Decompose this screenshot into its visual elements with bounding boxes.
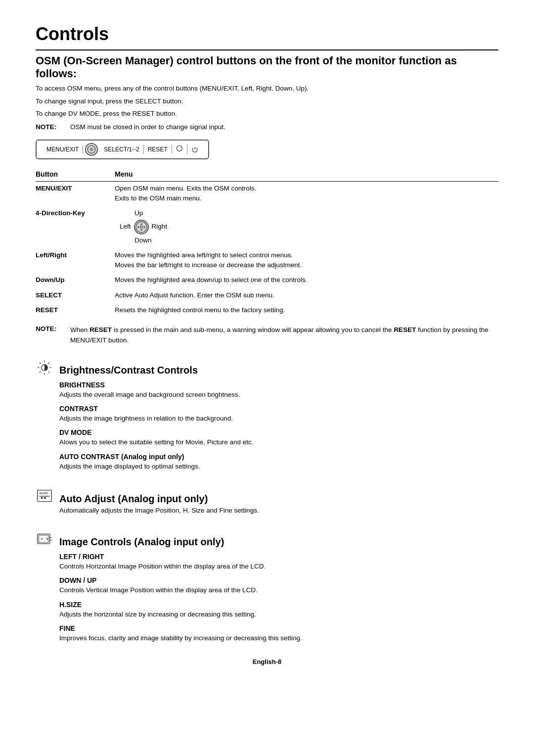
ctrl-select: SELECT/1--2 xyxy=(100,145,143,154)
svg-marker-26 xyxy=(42,538,43,540)
menu-menu-exit: Open OSM main menu. Exits the OSM contro… xyxy=(115,181,498,206)
table-header-button: Button xyxy=(36,170,115,182)
fine-block: FINE Improves focus, clarity and image s… xyxy=(59,624,498,643)
direction-up: Up xyxy=(120,208,143,218)
svg-line-18 xyxy=(40,372,41,373)
fine-text: Improves focus, clarity and image stabil… xyxy=(59,633,498,643)
svg-marker-27 xyxy=(46,538,48,540)
auto-adjust-icon: AUTO xyxy=(36,487,53,505)
btn-down-up: Down/Up xyxy=(36,273,115,288)
left-right-block: LEFT / RIGHT Controls Horizontal Image P… xyxy=(59,553,498,571)
hsize-title: H.SIZE xyxy=(59,601,498,609)
brightness-content: Brightness/Contrast Controls BRIGHTNESS … xyxy=(59,358,498,474)
svg-text:AUTO: AUTO xyxy=(39,491,48,495)
menu-reset: Resets the highlighted control menu to t… xyxy=(115,303,498,318)
direction-down: Down xyxy=(120,236,152,245)
svg-point-5 xyxy=(139,225,143,229)
ctrl-menu-exit: MENU/EXIT xyxy=(43,145,83,154)
svg-point-2 xyxy=(177,146,182,151)
dv-mode-block: DV MODE Alows you to select the suitable… xyxy=(59,428,498,447)
direction-knob-icon xyxy=(134,220,149,235)
down-up-block: DOWN / UP Controls Vertical Image Positi… xyxy=(59,576,498,595)
table-row: 4-Direction-Key Up Left xyxy=(36,206,498,248)
intro-line-2: To change signal input, press the SELECT… xyxy=(36,96,498,107)
auto-adjust-text: Automatically adjusts the Image Position… xyxy=(59,506,498,516)
auto-contrast-text: Adjusts the image displayed to optimal s… xyxy=(59,462,498,472)
btn-direction-key: 4-Direction-Key xyxy=(36,206,115,248)
menu-select: Active Auto Adjust function. Enter the O… xyxy=(115,288,498,303)
dv-mode-title: DV MODE xyxy=(59,428,498,436)
ctrl-standby-circle xyxy=(172,144,187,154)
brightness-heading: Brightness/Contrast Controls xyxy=(59,365,498,376)
fine-title: FINE xyxy=(59,624,498,632)
auto-adjust-content: Auto Adjust (Analog input only) Automati… xyxy=(59,486,498,518)
note-text-2: When RESET is pressed in the main and su… xyxy=(70,325,498,346)
image-controls-icon xyxy=(36,530,53,548)
direction-left-label: Left xyxy=(120,222,131,232)
image-controls-heading: Image Controls (Analog input only) xyxy=(59,536,498,548)
page-title: Controls xyxy=(36,24,498,50)
image-controls-section: Image Controls (Analog input only) LEFT … xyxy=(36,529,498,646)
note-label-2: NOTE: xyxy=(36,325,70,332)
svg-line-16 xyxy=(48,372,49,373)
table-row: MENU/EXIT Open OSM main menu. Exits the … xyxy=(36,181,498,206)
intro-line-1: To access OSM menu, press any of the con… xyxy=(36,83,498,94)
contrast-text: Adjusts the image brightness in relation… xyxy=(59,414,498,424)
down-up-text: Controls Vertical Image Position within … xyxy=(59,585,498,595)
auto-adjust-section: AUTO Auto Adjust (Analog input only) Aut… xyxy=(36,486,498,518)
table-row: RESET Resets the highlighted control men… xyxy=(36,303,498,318)
ctrl-knob-icon xyxy=(85,143,98,156)
svg-rect-23 xyxy=(44,497,46,499)
table-row: SELECT Active Auto Adjust function. Ente… xyxy=(36,288,498,303)
dv-mode-text: Alows you to select the suitable setting… xyxy=(59,437,498,447)
table-row: Left/Right Moves the highlighted area le… xyxy=(36,248,498,274)
contrast-block: CONTRAST Adjusts the image brightness in… xyxy=(59,405,498,424)
direction-right-label: Right xyxy=(152,222,168,232)
svg-line-15 xyxy=(40,363,41,364)
menu-left-right: Moves the highlighted area left/right to… xyxy=(115,248,498,274)
menu-direction-key: Up Left xyxy=(115,206,498,248)
intro-line-3: To change DV MODE, press the RESET butto… xyxy=(36,108,498,119)
svg-line-17 xyxy=(48,363,49,364)
control-bar: MENU/EXIT SELECT/1--2 RESET xyxy=(36,140,209,159)
auto-contrast-title: AUTO CONTRAST (Analog input only) xyxy=(59,453,498,461)
menu-down-up: Moves the highlighted area down/up to se… xyxy=(115,273,498,288)
brightness-title: BRIGHTNESS xyxy=(59,381,498,389)
auto-adjust-heading: Auto Adjust (Analog input only) xyxy=(59,493,498,505)
svg-point-1 xyxy=(90,148,93,151)
osm-note2: NOTE: When RESET is pressed in the main … xyxy=(36,325,498,346)
image-controls-content: Image Controls (Analog input only) LEFT … xyxy=(59,529,498,646)
button-menu-table: Button Menu MENU/EXIT Open OSM main menu… xyxy=(36,170,498,318)
table-header-menu: Menu xyxy=(115,170,498,182)
btn-menu-exit: MENU/EXIT xyxy=(36,181,115,206)
ctrl-power xyxy=(187,145,202,154)
brightness-section: Brightness/Contrast Controls BRIGHTNESS … xyxy=(36,358,498,474)
svg-rect-22 xyxy=(41,497,43,499)
page-footer: English-8 xyxy=(36,658,498,665)
contrast-title: CONTRAST xyxy=(59,405,498,413)
hsize-block: H.SIZE Adjusts the horizontal size by in… xyxy=(59,601,498,619)
auto-contrast-block: AUTO CONTRAST (Analog input only) Adjust… xyxy=(59,453,498,472)
brightness-brightness: BRIGHTNESS Adjusts the overall image and… xyxy=(59,381,498,400)
osm-note: NOTE: OSM must be closed in order to cha… xyxy=(36,123,498,131)
note-text-1: OSM must be closed in order to change si… xyxy=(70,123,225,131)
btn-left-right: Left/Right xyxy=(36,248,115,274)
btn-select: SELECT xyxy=(36,288,115,303)
note-label-1: NOTE: xyxy=(36,123,70,131)
left-right-title: LEFT / RIGHT xyxy=(59,553,498,561)
brightness-text: Adjusts the overall image and background… xyxy=(59,390,498,400)
down-up-title: DOWN / UP xyxy=(59,576,498,584)
ctrl-reset: RESET xyxy=(144,145,172,154)
btn-reset: RESET xyxy=(36,303,115,318)
osm-heading: OSM (On-Screen Manager) control buttons … xyxy=(36,54,498,80)
left-right-text: Controls Horizontal Image Position withi… xyxy=(59,562,498,571)
table-row: Down/Up Moves the highlighted area down/… xyxy=(36,273,498,288)
brightness-icon xyxy=(36,359,53,377)
hsize-text: Adjusts the horizontal size by increasin… xyxy=(59,610,498,619)
